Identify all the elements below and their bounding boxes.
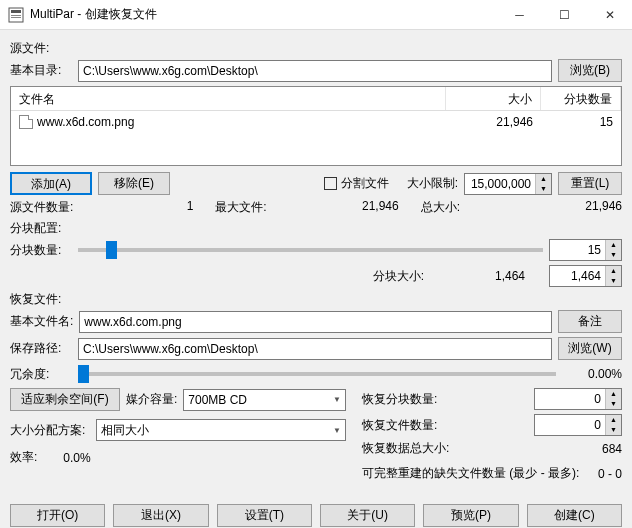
remove-button[interactable]: 移除(E) <box>98 172 170 195</box>
base-name-label: 基本文件名: <box>10 313 73 330</box>
source-count-value: 1 <box>80 199 211 216</box>
rebuild-value: 0 - 0 <box>598 467 622 481</box>
chevron-down-icon: ▼ <box>333 426 341 435</box>
svg-rect-3 <box>11 17 21 18</box>
block-size-spinner[interactable]: ▲▼ <box>549 265 622 287</box>
size-limit-spinner[interactable]: ▲▼ <box>464 173 552 195</box>
close-button[interactable]: ✕ <box>587 0 632 30</box>
app-icon <box>8 7 24 23</box>
efficiency-value: 0.0% <box>63 451 90 465</box>
file-list-header: 文件名 大小 分块数量 <box>11 87 621 111</box>
chevron-down-icon[interactable]: ▼ <box>606 276 621 286</box>
chevron-down-icon: ▼ <box>333 395 341 404</box>
size-dist-select[interactable]: 相同大小▼ <box>96 419 346 441</box>
footer-buttons: 打开(O) 退出(X) 设置(T) 关于(U) 预览(P) 创建(C) <box>0 496 632 528</box>
base-dir-label: 基本目录: <box>10 62 72 79</box>
block-count-slider[interactable] <box>78 240 543 260</box>
open-button[interactable]: 打开(O) <box>10 504 105 527</box>
chevron-up-icon[interactable]: ▲ <box>606 389 621 399</box>
base-dir-input[interactable] <box>78 60 552 82</box>
block-count-spinner[interactable]: ▲▼ <box>549 239 622 261</box>
chevron-down-icon[interactable]: ▼ <box>606 250 621 260</box>
redundancy-value: 0.00% <box>562 367 622 381</box>
exit-button[interactable]: 退出(X) <box>113 504 208 527</box>
recovery-section-label: 恢复文件: <box>10 291 622 308</box>
col-header-size[interactable]: 大小 <box>446 87 541 110</box>
svg-rect-1 <box>11 10 21 13</box>
save-path-input[interactable] <box>78 338 552 360</box>
chevron-up-icon[interactable]: ▲ <box>606 415 621 425</box>
file-row[interactable]: www.x6d.com.png 21,946 15 <box>11 111 621 133</box>
redundancy-slider[interactable] <box>78 364 556 384</box>
rec-blocks-label: 恢复分块数量: <box>362 391 437 408</box>
col-header-name[interactable]: 文件名 <box>11 87 446 110</box>
rec-blocks-spinner[interactable]: ▲▼ <box>534 388 622 410</box>
block-size-label: 分块大小: <box>373 268 424 285</box>
total-size-label: 总大小: <box>421 199 491 216</box>
chevron-down-icon[interactable]: ▼ <box>606 425 621 435</box>
browse-save-button[interactable]: 浏览(W) <box>558 337 622 360</box>
base-name-input[interactable] <box>79 311 552 333</box>
media-label: 媒介容量: <box>126 391 177 408</box>
save-path-label: 保存路径: <box>10 340 72 357</box>
chevron-down-icon[interactable]: ▼ <box>606 399 621 409</box>
maximize-button[interactable]: ☐ <box>542 0 587 30</box>
efficiency-label: 效率: <box>10 449 37 466</box>
svg-rect-2 <box>11 15 21 16</box>
rec-total-value: 684 <box>602 442 622 456</box>
file-icon <box>19 115 33 129</box>
max-file-label: 最大文件: <box>215 199 285 216</box>
window-title: MultiPar - 创建恢复文件 <box>30 6 497 23</box>
redundancy-label: 冗余度: <box>10 366 72 383</box>
block-size-left: 1,464 <box>430 269 525 283</box>
create-button[interactable]: 创建(C) <box>527 504 622 527</box>
chevron-up-icon[interactable]: ▲ <box>606 240 621 250</box>
file-name: www.x6d.com.png <box>37 115 134 129</box>
rec-total-label: 恢复数据总大小: <box>362 440 449 457</box>
size-limit-label: 大小限制: <box>407 175 458 192</box>
minimize-button[interactable]: ─ <box>497 0 542 30</box>
title-bar: MultiPar - 创建恢复文件 ─ ☐ ✕ <box>0 0 632 30</box>
fit-free-space-button[interactable]: 适应剩余空间(F) <box>10 388 120 411</box>
file-size: 21,946 <box>446 115 541 129</box>
source-count-label: 源文件数量: <box>10 199 80 216</box>
max-file-value: 21,946 <box>285 199 416 216</box>
settings-button[interactable]: 设置(T) <box>217 504 312 527</box>
block-count-label: 分块数量: <box>10 242 72 259</box>
chevron-up-icon[interactable]: ▲ <box>536 174 551 184</box>
rebuild-label: 可完整重建的缺失文件数量 (最少 - 最多): <box>362 465 579 482</box>
source-section-label: 源文件: <box>10 40 622 57</box>
size-dist-label: 大小分配方案: <box>10 422 90 439</box>
add-button[interactable]: 添加(A) <box>10 172 92 195</box>
reset-button[interactable]: 重置(L) <box>558 172 622 195</box>
rec-files-spinner[interactable]: ▲▼ <box>534 414 622 436</box>
rec-files-label: 恢复文件数量: <box>362 417 437 434</box>
split-file-checkbox[interactable]: 分割文件 <box>324 175 389 192</box>
alloc-section-label: 分块配置: <box>10 220 622 237</box>
chevron-down-icon[interactable]: ▼ <box>536 184 551 194</box>
file-blocks: 15 <box>541 115 621 129</box>
browse-source-button[interactable]: 浏览(B) <box>558 59 622 82</box>
media-select[interactable]: 700MB CD▼ <box>183 389 346 411</box>
chevron-up-icon[interactable]: ▲ <box>606 266 621 276</box>
note-button[interactable]: 备注 <box>558 310 622 333</box>
about-button[interactable]: 关于(U) <box>320 504 415 527</box>
col-header-blocks[interactable]: 分块数量 <box>541 87 621 110</box>
total-size-value: 21,946 <box>491 199 622 216</box>
preview-button[interactable]: 预览(P) <box>423 504 518 527</box>
file-list[interactable]: 文件名 大小 分块数量 www.x6d.com.png 21,946 15 <box>10 86 622 166</box>
